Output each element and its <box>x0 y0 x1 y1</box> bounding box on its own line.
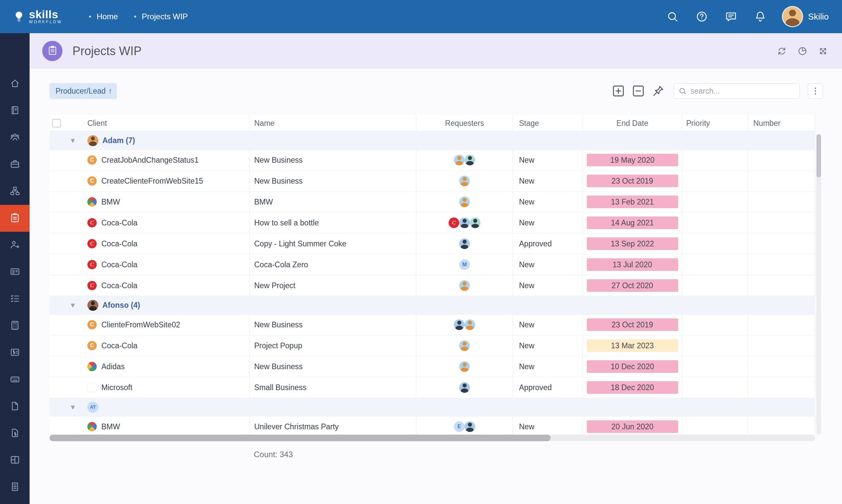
column-header-client[interactable]: Client <box>83 115 249 131</box>
person-avatar <box>454 319 464 330</box>
table-row[interactable]: BMWBMWNew13 Feb 2021 <box>50 192 815 213</box>
table-row[interactable]: CCreatJobAndChangeStatus1New BusinessNew… <box>50 150 815 170</box>
nav-item-label: Projects WIP <box>142 12 188 21</box>
collapse-caret-icon[interactable]: ▾ <box>68 301 78 310</box>
sidebar-item-document[interactable] <box>0 393 30 420</box>
sidebar-item-checklist[interactable] <box>0 286 30 312</box>
project-name-cell: New Business <box>249 170 416 191</box>
invoice-doc-icon <box>10 428 20 439</box>
sidebar-item-report[interactable] <box>0 474 30 501</box>
sidebar-item-team[interactable] <box>0 124 30 151</box>
client-letter-avatar: C <box>87 156 97 165</box>
project-name: Copy - Light Summer Coke <box>254 239 346 248</box>
sidebar-item-keyboard[interactable] <box>0 366 30 393</box>
sidebar-item-org-chart[interactable] <box>0 178 30 205</box>
table-row[interactable]: AdidasNew BusinessNew10 Dec 2020 <box>50 356 815 377</box>
table-row[interactable]: CCoca-ColaNew ProjectNew27 Oct 2020 <box>50 275 815 296</box>
number-cell <box>748 314 815 335</box>
page-header: Projects WIP <box>30 33 842 69</box>
project-name: New Project <box>254 281 295 290</box>
id-card-icon <box>10 266 20 278</box>
group-row[interactable]: ▾AT <box>50 398 815 416</box>
group-by-chip[interactable]: Producer/Lead ↑ <box>50 83 117 99</box>
number-cell <box>748 335 815 356</box>
sidebar-item-clipboard[interactable] <box>0 205 30 232</box>
table-row[interactable]: CCreateClienteFromWebSite15New BusinessN… <box>50 170 815 192</box>
search-icon[interactable] <box>666 10 679 23</box>
search-input[interactable] <box>690 87 795 96</box>
expand-icon[interactable] <box>817 44 830 58</box>
app-logo[interactable]: skills WORKFLOW <box>12 9 62 24</box>
invoice-icon <box>10 347 20 359</box>
column-header-end-date[interactable]: End Date <box>582 115 682 131</box>
column-header-name[interactable]: Name <box>249 115 416 131</box>
requesters-cell: E <box>416 416 513 435</box>
team-icon <box>10 132 20 144</box>
page-icon-circle <box>42 41 63 61</box>
table-row[interactable]: MicrosoftSmall BusinessApproved18 Dec 20… <box>50 377 815 398</box>
table-row[interactable]: CCoca-ColaHow to sell a bottleCNew14 Aug… <box>50 213 815 233</box>
sidebar-item-person-arrow[interactable] <box>0 232 30 259</box>
horizontal-scrollbar-thumb[interactable] <box>50 435 550 441</box>
client-name: ClienteFromWebSite02 <box>101 320 180 329</box>
sort-ascending-icon[interactable]: ↑ <box>108 86 112 96</box>
table-row[interactable]: BMWUnilever Christmas PartyENew20 Jun 20… <box>50 416 815 435</box>
table-row[interactable]: CClienteFromWebSite02New BusinessNew23 O… <box>50 314 815 335</box>
project-name-cell: Coca-Cola Zero <box>249 254 416 275</box>
logo-text-secondary: WORKFLOW <box>29 20 62 24</box>
bell-icon[interactable] <box>754 10 767 23</box>
coca-cola-logo-icon: C <box>87 218 97 228</box>
bullet-icon: • <box>89 12 91 21</box>
client-cell: BMW <box>83 416 249 435</box>
project-name: Project Popup <box>254 341 302 350</box>
stage-value: New <box>519 177 534 185</box>
coca-cola-logo-icon: C <box>87 239 97 248</box>
sidebar-item-calculator[interactable] <box>0 312 30 339</box>
help-icon[interactable] <box>695 10 708 23</box>
vertical-scrollbar-thumb[interactable] <box>817 134 821 177</box>
user-menu[interactable]: Skilio <box>783 7 829 26</box>
column-header-priority[interactable]: Priority <box>682 115 748 131</box>
expand-all-icon[interactable] <box>611 84 626 98</box>
table-row[interactable]: CCoca-ColaCoca-Cola ZeroMNew13 Jul 2020 <box>50 254 815 275</box>
column-header-stage[interactable]: Stage <box>513 115 582 131</box>
sidebar-item-journal[interactable] <box>0 97 30 124</box>
pie-chart-icon[interactable] <box>796 44 809 58</box>
nav-item-projects-wip[interactable]: • Projects WIP <box>134 12 188 21</box>
column-header-number[interactable]: Number <box>748 115 815 131</box>
project-name-cell: New Business <box>249 150 416 170</box>
select-all-checkbox[interactable] <box>52 119 61 127</box>
group-row[interactable]: ▾Afonso (4) <box>50 296 815 314</box>
column-header-requesters[interactable]: Requesters <box>416 115 513 131</box>
page-title: Projects WIP <box>72 44 142 58</box>
stage-value: Approved <box>519 239 551 248</box>
pin-icon[interactable] <box>651 84 666 98</box>
adidas-logo-icon <box>87 362 97 371</box>
nav-item-home[interactable]: • Home <box>89 12 118 21</box>
sidebar-item-invoice[interactable] <box>0 339 30 366</box>
table-row[interactable]: CCoca-ColaProject PopupNew13 Mar 2023 <box>50 335 815 356</box>
client-name: Coca-Cola <box>101 341 138 350</box>
sidebar-item-invoice-doc[interactable] <box>0 420 30 447</box>
projects-table: Client Name Requesters Stage End Date Pr… <box>50 115 815 435</box>
table-row[interactable]: CCoca-ColaCopy - Light Summer CokeApprov… <box>50 233 815 254</box>
group-by-label: Producer/Lead <box>55 87 106 96</box>
row-select-cell <box>50 356 83 377</box>
sidebar-item-kanban[interactable] <box>0 447 30 474</box>
client-cell: CClienteFromWebSite02 <box>83 314 249 335</box>
client-name: BMW <box>101 422 120 431</box>
collapse-caret-icon[interactable]: ▾ <box>68 136 78 145</box>
project-name: Coca-Cola Zero <box>254 260 308 269</box>
table-header-row: Client Name Requesters Stage End Date Pr… <box>50 115 815 131</box>
more-options-button[interactable] <box>808 83 823 98</box>
sidebar-item-home[interactable] <box>0 70 30 97</box>
lightbulb-logo-icon <box>12 10 25 23</box>
collapse-all-icon[interactable] <box>631 84 646 98</box>
collapse-caret-icon[interactable]: ▾ <box>68 402 78 412</box>
sidebar-item-id-card[interactable] <box>0 259 30 286</box>
chat-icon[interactable] <box>724 10 738 23</box>
sidebar-item-briefcase[interactable] <box>0 151 30 178</box>
stage-value: New <box>519 198 534 206</box>
refresh-icon[interactable] <box>775 44 789 58</box>
group-row[interactable]: ▾Adam (7) <box>50 131 815 150</box>
